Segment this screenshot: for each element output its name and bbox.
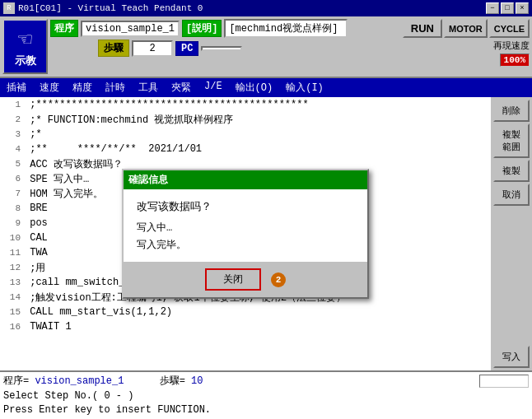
menu-clamp[interactable]: 夾緊 <box>165 80 198 95</box>
title-bar: R R01[C01] - Virtual Teach Pendant 0 − □… <box>0 0 532 16</box>
program-label: 程序 <box>50 20 78 37</box>
app-icon: R <box>3 2 15 14</box>
program-name-box: vision_sample_1 <box>81 21 180 37</box>
dialog-step-indicator: 2 <box>271 272 286 287</box>
window-controls: − □ × <box>486 2 529 14</box>
step-label: 歩驟 <box>98 40 129 57</box>
write-button[interactable]: 写入 <box>493 346 530 368</box>
cancel-button[interactable]: 取消 <box>493 184 530 206</box>
menu-input[interactable]: 輸入(I) <box>279 80 330 95</box>
dialog-done-message: 写入完毕。 <box>137 238 354 252</box>
cycle-button[interactable]: CYCLE <box>489 19 530 38</box>
bottom-messages: Select Step No.( 0 - ) Press Enter key t… <box>3 389 529 417</box>
content-area: 1 ;*************************************… <box>0 97 532 370</box>
dialog-content: 改写该数据吗？ 写入中… 写入完毕。 <box>124 189 367 262</box>
dialog-title-bar: 確認信息 <box>124 170 367 189</box>
step-input[interactable] <box>479 375 529 388</box>
info-row-2: 歩驟 2 PC <box>50 40 400 57</box>
run-button[interactable]: RUN <box>403 19 442 38</box>
info-section: 程序 vision_sample_1 [説明] [mechmind视觉点样例] … <box>50 19 400 74</box>
desc-label: [説明] <box>182 20 222 37</box>
bottom-program-value: vision_sample_1 <box>35 375 124 387</box>
menu-timer[interactable]: 計時 <box>99 80 132 95</box>
run-row: RUN MOTOR CYCLE <box>403 19 530 38</box>
speed-title: 再現速度 <box>493 40 530 52</box>
dialog-overlay: 確認信息 改写该数据吗？ 写入中… 写入完毕。 关闭 2 <box>0 97 491 370</box>
maximize-button[interactable]: □ <box>501 2 514 14</box>
delete-button[interactable]: 削除 <box>493 100 530 122</box>
run-section: RUN MOTOR CYCLE 再現速度 100% <box>403 19 530 74</box>
dialog-buttons: 关闭 2 <box>124 262 367 297</box>
side-spacer <box>493 207 530 344</box>
bottom-step-value: 10 <box>191 375 203 387</box>
dialog-title-text: 確認信息 <box>128 173 168 187</box>
step-value-box: 2 <box>132 40 173 57</box>
minimize-button[interactable]: − <box>486 2 499 14</box>
hand-icon: ☜ <box>18 26 32 54</box>
close-button[interactable]: × <box>516 2 529 14</box>
bottom-status: 程序= vision_sample_1 歩驟= 10 <box>3 374 529 388</box>
main-window: ☜ 示教 程序 vision_sample_1 [説明] [mechmind视觉… <box>0 16 532 419</box>
menu-je[interactable]: J/E <box>198 80 229 95</box>
bottom-message-2: Press Enter key to insert FUNCTION. <box>3 403 529 417</box>
copy-button[interactable]: 複製 <box>493 160 530 182</box>
pc-value-box <box>201 46 242 51</box>
motor-button[interactable]: MOTOR <box>444 19 488 38</box>
menu-accuracy[interactable]: 精度 <box>66 80 99 95</box>
menu-bar: 插補 速度 精度 計時 工具 夾緊 J/E 輸出(O) 輸入(I) <box>0 78 532 97</box>
program-desc-box: [mechmind视觉点样例] <box>224 19 348 38</box>
dialog-message: 改写该数据吗？ <box>137 199 354 214</box>
speed-value: 100% <box>500 54 530 67</box>
confirm-dialog: 確認信息 改写该数据吗？ 写入中… 写入完毕。 关闭 2 <box>122 169 369 299</box>
dialog-close-button[interactable]: 关闭 <box>205 268 261 291</box>
menu-speed[interactable]: 速度 <box>33 80 66 95</box>
menu-output[interactable]: 輸出(O) <box>229 80 280 95</box>
dialog-sub-message: 写入中… <box>137 221 354 235</box>
teach-button[interactable]: ☜ 示教 <box>2 19 48 74</box>
menu-tool[interactable]: 工具 <box>132 80 165 95</box>
pc-label: PC <box>175 41 198 56</box>
bottom-program-label: 程序= vision_sample_1 歩驟= 10 <box>3 374 203 388</box>
info-row-1: 程序 vision_sample_1 [説明] [mechmind视觉点样例] <box>50 19 400 38</box>
copy-range-button[interactable]: 複製範囲 <box>493 123 530 158</box>
code-editor: 1 ;*************************************… <box>0 97 491 370</box>
bottom-message-1: Select Step No.( 0 - ) <box>3 389 529 403</box>
window-title: R01[C01] - Virtual Teach Pendant 0 <box>18 3 203 13</box>
side-buttons: 削除 複製範囲 複製 取消 写入 <box>491 97 532 370</box>
toolbar: ☜ 示教 程序 vision_sample_1 [説明] [mechmind视觉… <box>0 16 532 78</box>
bottom-bar: 程序= vision_sample_1 歩驟= 10 Select Step N… <box>0 370 532 419</box>
teach-label: 示教 <box>15 54 36 68</box>
menu-interpolation[interactable]: 插補 <box>0 80 33 95</box>
